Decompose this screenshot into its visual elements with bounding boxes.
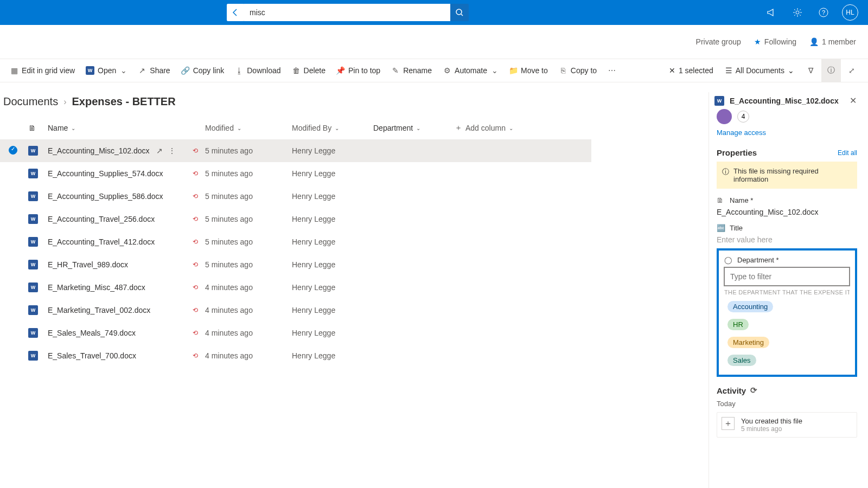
word-icon: W <box>28 214 38 224</box>
user-avatar[interactable]: HL <box>842 4 858 21</box>
activity-item: ＋ You created this file 5 minutes ago <box>717 412 857 438</box>
copy-link-button[interactable]: 🔗Copy link <box>176 59 230 82</box>
search-input[interactable] <box>244 4 450 21</box>
modified-by-cell: Henry Legge <box>292 146 373 155</box>
file-name[interactable]: E_Accounting_Supplies_574.docx <box>48 169 163 178</box>
pin-button[interactable]: 📌Pin to top <box>331 59 386 82</box>
table-row[interactable]: WE_Accounting_Travel_412.docx⟲5 minutes … <box>0 230 591 253</box>
attention-icon: ⟲ <box>191 146 200 155</box>
attention-icon: ⟲ <box>191 306 200 314</box>
missing-info-warning: ⓘ This file is missing required informat… <box>717 162 857 189</box>
option-sales[interactable]: Sales <box>724 351 850 369</box>
modified-cell: 4 minutes ago <box>205 306 292 314</box>
automate-button[interactable]: ⚙Automate⌄ <box>437 59 503 82</box>
following-toggle[interactable]: ★Following <box>754 37 796 46</box>
search-container <box>227 4 469 21</box>
share-icon[interactable]: ↗ <box>156 146 163 155</box>
expand-icon[interactable]: ⤢ <box>842 59 861 82</box>
cursor-icon: ➤ <box>775 486 785 488</box>
breadcrumb-root[interactable]: Documents <box>3 95 58 108</box>
file-name[interactable]: E_Accounting_Travel_256.docx <box>48 215 155 223</box>
modified-by-cell: Henry Legge <box>292 351 373 360</box>
settings-icon[interactable] <box>784 0 810 25</box>
table-row[interactable]: WE_Marketing_Travel_002.docx⟲4 minutes a… <box>0 299 591 322</box>
title-field-label: 🔤Title <box>717 224 857 232</box>
file-name[interactable]: E_Marketing_Misc_487.docx <box>48 283 145 292</box>
table-row[interactable]: WE_HR_Travel_989.docx⟲5 minutes agoHenry… <box>0 253 591 276</box>
name-field-value[interactable]: E_Accounting_Misc_102.docx <box>717 208 857 216</box>
option-accounting[interactable]: Accounting <box>724 298 850 316</box>
view-switcher[interactable]: ☰All Documents⌄ <box>720 59 800 82</box>
access-count-badge: 4 <box>737 111 749 123</box>
word-icon: W <box>28 146 38 156</box>
option-hr[interactable]: HR <box>724 316 850 333</box>
table-row[interactable]: WE_Sales_Travel_700.docx⟲4 minutes agoHe… <box>0 344 591 367</box>
properties-heading: Properties Edit all <box>717 148 857 157</box>
row-checkbox[interactable] <box>9 146 17 155</box>
file-name[interactable]: E_Accounting_Misc_102.docx <box>48 146 150 155</box>
clear-selection-button[interactable]: ✕ 1 selected <box>663 59 719 82</box>
rename-button[interactable]: ✎Rename <box>386 59 437 82</box>
table-row[interactable]: WE_Accounting_Travel_256.docx⟲5 minutes … <box>0 208 591 230</box>
file-name[interactable]: E_Marketing_Travel_002.docx <box>48 306 150 314</box>
table-row[interactable]: WE_Accounting_Supplies_586.docx⟲5 minute… <box>0 185 591 208</box>
word-icon: W <box>28 260 38 269</box>
word-icon: W <box>28 282 38 292</box>
file-name[interactable]: E_Sales_Meals_749.docx <box>48 329 136 337</box>
title-field-input[interactable]: Enter value here <box>717 235 857 244</box>
table-row[interactable]: WE_Accounting_Supplies_574.docx⟲5 minute… <box>0 162 591 185</box>
modified-by-cell: Henry Legge <box>292 283 373 292</box>
file-name[interactable]: E_HR_Travel_989.docx <box>48 260 128 269</box>
members-link[interactable]: 👤1 member <box>809 37 856 46</box>
column-name[interactable]: Name⌄ <box>48 124 205 132</box>
edit-grid-button[interactable]: ▦Edit in grid view <box>4 59 80 82</box>
filter-icon[interactable]: ∇ <box>801 59 820 82</box>
more-icon[interactable]: ⋮ <box>168 146 176 155</box>
delete-button[interactable]: 🗑Delete <box>286 59 331 82</box>
table-row[interactable]: WE_Accounting_Misc_102.docx↗⋮⟲5 minutes … <box>0 139 591 162</box>
word-icon: W <box>28 191 38 201</box>
search-back-button[interactable] <box>227 4 244 21</box>
table-row[interactable]: WE_Marketing_Misc_487.docx⟲4 minutes ago… <box>0 276 591 299</box>
modified-cell: 4 minutes ago <box>205 351 292 360</box>
download-button[interactable]: ⭳Download <box>229 59 286 82</box>
table-row[interactable]: WE_Sales_Meals_749.docx⟲4 minutes agoHen… <box>0 322 591 344</box>
more-actions-button[interactable]: ⋯ <box>602 59 622 82</box>
attention-icon: ⟲ <box>191 237 200 246</box>
svg-point-0 <box>456 9 462 15</box>
add-column-button[interactable]: ＋Add column⌄ <box>455 123 536 133</box>
column-modified-by[interactable]: Modified By⌄ <box>292 124 373 132</box>
refresh-icon[interactable]: ⟳ <box>750 386 757 395</box>
modified-cell: 5 minutes ago <box>205 192 292 201</box>
search-button[interactable] <box>450 4 469 21</box>
file-type-icon-header[interactable]: 🗎 <box>28 124 48 132</box>
column-modified[interactable]: Modified⌄ <box>205 124 292 132</box>
edit-all-link[interactable]: Edit all <box>838 149 857 157</box>
help-icon[interactable]: ? <box>810 0 837 25</box>
share-button[interactable]: ↗Share <box>132 59 175 82</box>
group-privacy-label: Private group <box>696 37 741 46</box>
manage-access-link[interactable]: Manage access <box>717 129 766 137</box>
details-panel: W E_Accounting_Misc_102.docx ✕ 4 Manage … <box>709 92 865 488</box>
department-filter-input[interactable] <box>724 267 850 286</box>
modified-by-cell: Henry Legge <box>292 237 373 246</box>
megaphone-icon[interactable] <box>758 0 784 25</box>
option-marketing[interactable]: Marketing <box>724 333 850 351</box>
department-field-label: ◯Department * <box>724 256 850 264</box>
modified-by-cell: Henry Legge <box>292 260 373 269</box>
open-button[interactable]: WOpen⌄ <box>80 59 132 82</box>
activity-day-label: Today <box>717 400 857 408</box>
file-name[interactable]: E_Sales_Travel_700.docx <box>48 351 136 360</box>
modified-by-cell: Henry Legge <box>292 329 373 337</box>
copy-to-button[interactable]: ⎘Copy to <box>553 59 602 82</box>
close-panel-button[interactable]: ✕ <box>846 95 859 106</box>
details-pane-toggle[interactable]: ⓘ <box>821 59 841 82</box>
panel-title: E_Accounting_Misc_102.docx <box>730 97 841 105</box>
file-name[interactable]: E_Accounting_Supplies_586.docx <box>48 192 163 201</box>
attention-icon: ⟲ <box>191 260 200 269</box>
file-name[interactable]: E_Accounting_Travel_412.docx <box>48 237 155 246</box>
svg-point-1 <box>796 11 799 14</box>
word-icon: W <box>714 96 724 106</box>
column-department[interactable]: Department⌄ <box>373 124 455 132</box>
move-to-button[interactable]: 📁Move to <box>503 59 553 82</box>
